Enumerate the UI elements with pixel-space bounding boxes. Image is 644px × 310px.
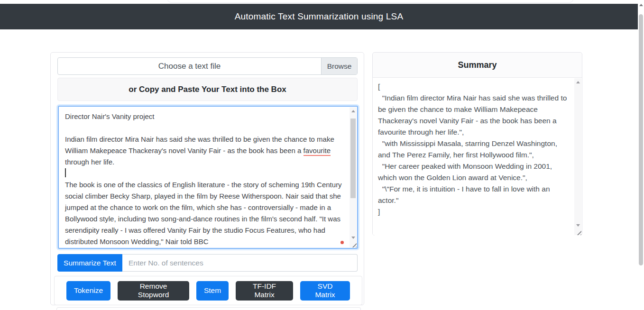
input-textarea[interactable]: Director Nair's Vanity project Indian fi… — [58, 106, 358, 249]
browse-button[interactable]: Browse — [321, 58, 357, 74]
top-strip — [0, 0, 644, 4]
summarize-button[interactable]: Summarize Text — [57, 254, 122, 272]
next-section-partial — [56, 307, 361, 310]
sentences-count-input[interactable] — [122, 254, 358, 272]
paste-text-header: or Copy and Paste Your Text into the Box — [57, 78, 358, 101]
page-title: Automatic Text Summarization using LSA — [235, 11, 404, 22]
stem-button[interactable]: Stem — [196, 281, 229, 301]
summarize-row: Summarize Text — [57, 254, 358, 272]
input-textarea-scrollbar[interactable] — [350, 107, 357, 247]
summary-panel: Summary [ "Indian film director Mira Nai… — [372, 52, 582, 236]
page: Automatic Text Summarization using LSA C… — [0, 0, 644, 310]
tokenize-button[interactable]: Tokenize — [66, 281, 110, 301]
scroll-down-icon[interactable] — [576, 224, 580, 227]
file-input[interactable]: Choose a text file Browse — [57, 57, 358, 75]
input-panel: Choose a text file Browse or Copy and Pa… — [50, 52, 364, 305]
svd-matrix-button[interactable]: SVD Matrix — [300, 281, 350, 301]
remove-stopword-button[interactable]: Remove Stopword — [118, 281, 189, 301]
scroll-up-icon[interactable] — [639, 4, 643, 6]
browser-ui-remnant — [167, 0, 574, 3]
tool-buttons-box: Tokenize Remove Stopword Stem TF-IDF Mat… — [54, 276, 362, 305]
scroll-up-icon[interactable] — [351, 110, 355, 112]
summary-textarea-scrollbar[interactable] — [574, 78, 581, 235]
scroll-up-icon[interactable] — [576, 81, 580, 83]
scroll-down-icon[interactable] — [351, 237, 355, 239]
summary-title: Summary — [373, 53, 582, 78]
summary-textarea[interactable]: [ "Indian film director Mira Nair has sa… — [373, 78, 582, 236]
tfidf-matrix-button[interactable]: TF-IDF Matrix — [236, 281, 293, 301]
app-header: Automatic Text Summarization using LSA — [0, 4, 638, 29]
page-scrollbar-thumb[interactable] — [639, 14, 643, 265]
red-dot-indicator — [340, 241, 344, 244]
page-scrollbar[interactable] — [638, 0, 644, 310]
summary-textarea-content[interactable]: [ "Indian film director Mira Nair has sa… — [373, 78, 573, 236]
text-cursor — [65, 168, 66, 177]
scrollbar-thumb[interactable] — [350, 119, 356, 198]
file-input-label[interactable]: Choose a text file — [58, 58, 321, 74]
input-textarea-content[interactable]: Director Nair's Vanity project Indian fi… — [59, 107, 349, 248]
spellcheck-underline: favourite — [304, 146, 331, 156]
